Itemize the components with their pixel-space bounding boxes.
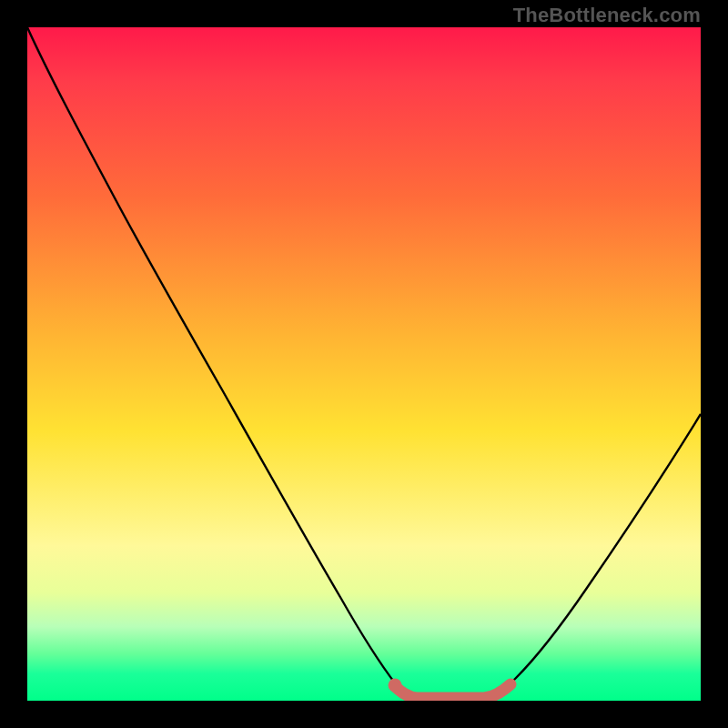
plot-area <box>27 27 701 701</box>
chart-frame: TheBottleneck.com <box>0 0 728 728</box>
watermark-text: TheBottleneck.com <box>513 4 701 27</box>
curve-layer <box>27 27 701 701</box>
sweet-spot-segment <box>396 684 511 698</box>
sweet-spot-marker <box>389 679 402 693</box>
bottleneck-curve <box>27 27 701 699</box>
